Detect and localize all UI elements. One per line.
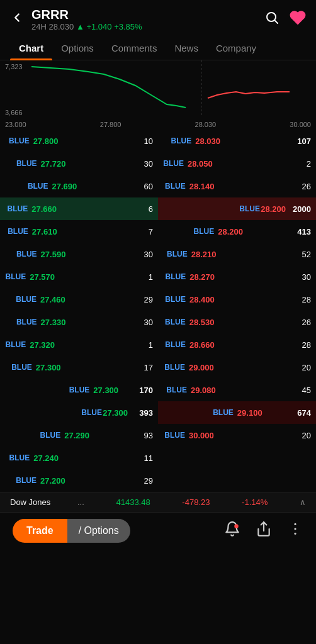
bid-label: BLUE — [6, 340, 26, 349]
bid-row: BLUE 27.330 30 — [0, 311, 158, 333]
ask-label: BLUE — [167, 250, 188, 258]
ask-label: BLUE — [165, 182, 186, 191]
ask-qty: 28 — [286, 295, 311, 304]
ask-qty: 30 — [286, 272, 311, 282]
bid-price: 27.290 — [64, 431, 128, 440]
svg-point-4 — [234, 524, 239, 528]
bid-row: BLUE 27.660 6 — [0, 197, 158, 220]
bid-row: BLUE 27.590 30 — [0, 243, 158, 265]
bid-row: BLUE 27.460 29 — [0, 288, 158, 311]
ask-qty: 413 — [286, 227, 311, 236]
x-label-0: 23.000 — [5, 121, 26, 128]
ask-price: 28.400 — [189, 295, 286, 304]
ask-qty: 20 — [286, 431, 311, 440]
x-label-2: 28.030 — [195, 121, 217, 128]
bid-price: 27.610 — [32, 227, 128, 236]
bid-label: BLUE — [16, 476, 37, 485]
bid-qty: 30 — [128, 159, 153, 169]
bid-qty: 29 — [128, 295, 153, 304]
ask-qty: 107 — [286, 136, 311, 146]
share-icon[interactable] — [256, 521, 272, 541]
ticker-price-row: 24H 28.030 ▲ +1.040 +3.85% — [31, 22, 142, 31]
bid-row: BLUE 27.300 170 — [0, 379, 158, 401]
bid-price: 27.320 — [30, 340, 128, 350]
ask-price: 28.200 — [261, 204, 286, 214]
ask-row: BLUE 30.000 20 — [158, 424, 316, 447]
bid-price: 27.570 — [30, 272, 128, 282]
ask-label: BLUE — [166, 272, 186, 281]
bid-label: BLUE — [9, 453, 30, 462]
ask-label: BLUE — [194, 227, 215, 236]
ask-label: BLUE — [213, 408, 234, 417]
dj-spacer: ... — [77, 497, 84, 507]
bid-label: BLUE — [16, 159, 37, 168]
ask-row-empty — [158, 447, 316, 469]
dj-label: Dow Jones — [10, 497, 50, 507]
ask-price: 28.200 — [218, 227, 286, 236]
bid-qty: 11 — [128, 453, 153, 463]
ask-price: 28.530 — [189, 318, 286, 327]
ask-row: BLUE 28.200 2000 — [158, 197, 316, 220]
bid-qty: 1 — [128, 272, 153, 282]
bid-price: 27.660 — [31, 204, 128, 214]
ask-row: BLUE 29.000 20 — [158, 356, 316, 379]
tab-company[interactable]: Company — [207, 36, 265, 60]
svg-line-1 — [275, 21, 278, 23]
bell-icon[interactable] — [224, 521, 240, 541]
ask-label: BLUE — [239, 204, 257, 213]
heart-icon[interactable] — [290, 9, 306, 30]
bid-price: 27.460 — [40, 295, 128, 304]
bid-qty: 7 — [128, 227, 153, 236]
dj-pct: -1.14% — [242, 497, 268, 507]
ticker-symbol: GRRR — [31, 8, 142, 22]
ask-row: BLUE 28.530 26 — [158, 311, 316, 333]
options-slash: / — [79, 525, 84, 536]
search-icon[interactable] — [264, 10, 279, 29]
ask-row: BLUE 28.030 107 — [158, 130, 316, 152]
timeframe-label: 24H — [31, 22, 47, 31]
bid-label: BLUE — [9, 136, 30, 145]
bid-row: BLUE 27.290 93 — [0, 424, 158, 447]
bid-row: BLUE 27.720 30 — [0, 152, 158, 175]
tab-news[interactable]: News — [166, 36, 207, 60]
bid-price: 27.690 — [52, 182, 128, 191]
tab-options[interactable]: Options — [52, 36, 103, 60]
ask-price: 29.080 — [191, 386, 286, 395]
ask-price: 29.100 — [237, 408, 286, 418]
ask-row: BLUE 28.400 28 — [158, 288, 316, 311]
price-arrow: ▲ — [76, 22, 84, 31]
ask-price: 30.000 — [189, 431, 286, 440]
ask-qty: 45 — [286, 386, 311, 395]
ask-row: BLUE 28.050 2 — [158, 152, 316, 175]
bid-qty: 10 — [128, 136, 153, 146]
pct-change: +3.85% — [114, 22, 142, 31]
ask-price: 29.000 — [189, 363, 286, 372]
ask-qty: 20 — [286, 363, 311, 372]
ask-label: BLUE — [165, 340, 186, 349]
trade-button[interactable]: Trade — [13, 519, 67, 543]
bid-label: BLUE — [28, 182, 48, 191]
bid-label: BLUE — [16, 318, 37, 326]
more-icon[interactable] — [287, 521, 303, 541]
x-label-3: 30.000 — [290, 121, 311, 128]
action-bar: Trade / Options — [0, 512, 316, 549]
ask-price: 28.140 — [189, 182, 286, 191]
chart-x-labels: 23.000 27.800 28.030 30.000 — [0, 121, 316, 128]
ask-label: BLUE — [164, 363, 185, 372]
header: GRRR 24H 28.030 ▲ +1.040 +3.85% — [0, 0, 316, 36]
dj-arrow: ∧ — [300, 497, 306, 507]
bid-row: BLUE 27.570 1 — [0, 265, 158, 288]
ask-price: 28.660 — [189, 340, 286, 350]
back-button[interactable] — [10, 11, 24, 28]
bid-row: BLUE 27.200 29 — [0, 469, 158, 492]
ask-qty: 28 — [286, 340, 311, 350]
tab-chart[interactable]: Chart — [10, 36, 52, 60]
action-buttons: Trade / Options — [13, 519, 130, 543]
bid-price: 27.720 — [41, 159, 128, 169]
ask-qty: 2000 — [286, 204, 311, 214]
chart-svg — [0, 60, 316, 117]
ask-row: BLUE 28.140 26 — [158, 175, 316, 197]
svg-point-6 — [294, 523, 296, 525]
options-button[interactable]: / Options — [67, 519, 130, 543]
tab-comments[interactable]: Comments — [103, 36, 166, 60]
